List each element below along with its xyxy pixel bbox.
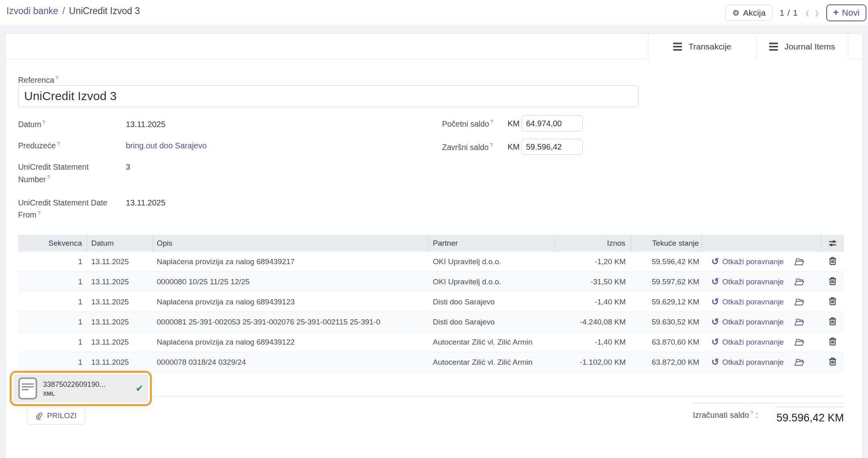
ending-balance-input[interactable] [522, 139, 583, 155]
table-row[interactable]: 1 13.11.2025 0000080 10/25 11/25 12/25 O… [18, 272, 844, 292]
cell-datum[interactable]: 13.11.2025 [87, 298, 153, 306]
undo-icon: ↺ [711, 257, 719, 266]
company-link[interactable]: bring.out doo Sarajevo [126, 140, 207, 152]
cell-partner[interactable]: Autocentar Zilić vl. Zilić Armin [428, 338, 555, 347]
cell-partner[interactable]: OKI Upravitelj d.o.o. [428, 277, 555, 286]
cell-datum[interactable]: 13.11.2025 [87, 318, 153, 327]
computed-balance-label: Izračunati saldo? : [693, 403, 757, 424]
delete-row-button[interactable] [829, 276, 837, 285]
cell-partner[interactable]: Disti doo Sarajevo [428, 298, 555, 306]
cell-iznos[interactable]: -1,40 KM [555, 298, 631, 306]
cell-opis[interactable]: 0000078 0318/24 0329/24 [153, 358, 428, 367]
pager-previous-icon[interactable]: ‹ [805, 6, 809, 20]
cell-tekuce-stanje[interactable]: 59.596,42 KM [631, 257, 702, 266]
plus-icon: + [833, 8, 839, 17]
folder-open-icon [794, 358, 805, 366]
cell-sekvenca[interactable]: 1 [18, 257, 87, 266]
cell-datum[interactable]: 13.11.2025 [87, 338, 153, 347]
optional-columns-button[interactable] [821, 235, 844, 252]
cell-sekvenca[interactable]: 1 [18, 358, 87, 367]
cell-iznos[interactable]: -31,50 KM [555, 277, 631, 286]
attachment-card[interactable]: 33875022609190... XML ✔ [10, 371, 152, 406]
delete-row-button[interactable] [829, 316, 837, 326]
open-folder-button[interactable] [794, 318, 805, 326]
delete-row-button[interactable] [829, 357, 837, 366]
date-value[interactable]: 13.11.2025 [126, 118, 166, 130]
cell-tekuce-stanje[interactable]: 63.872,00 KM [631, 358, 702, 367]
open-folder-button[interactable] [794, 278, 805, 286]
table-row[interactable]: 1 13.11.2025 0000078 0318/24 0329/24 Aut… [18, 352, 844, 372]
pager-next-icon[interactable]: › [815, 6, 819, 20]
open-folder-button[interactable] [794, 258, 805, 266]
cancel-reconciliation-button[interactable]: ↺ Otkaži poravnanje [711, 357, 784, 367]
help-icon: ? [490, 119, 493, 125]
stat-button-transactions[interactable]: Transakcije [648, 34, 756, 60]
cell-sekvenca[interactable]: 1 [18, 298, 87, 306]
cell-tekuce-stanje[interactable]: 59.630,52 KM [631, 318, 702, 327]
action-menu-label: Akcija [743, 8, 766, 18]
table-row[interactable]: 1 13.11.2025 Naplaćena provizija za nalo… [18, 252, 844, 272]
header-opis[interactable]: Opis [153, 235, 428, 252]
delete-row-button[interactable] [829, 256, 837, 265]
help-icon: ? [55, 75, 58, 81]
computed-balance-value: 59.596,42 KM [776, 407, 844, 424]
delete-row-button[interactable] [829, 337, 837, 346]
starting-balance-input[interactable] [522, 115, 583, 131]
cell-opis[interactable]: 0000080 10/25 11/25 12/25 [153, 277, 428, 286]
cell-tekuce-stanje[interactable]: 59.629,12 KM [631, 298, 702, 306]
cell-sekvenca[interactable]: 1 [18, 277, 87, 286]
header-datum[interactable]: Datum [87, 235, 153, 252]
reference-input[interactable] [18, 85, 639, 107]
cell-iznos[interactable]: -1,20 KM [555, 257, 631, 266]
cell-sekvenca[interactable]: 1 [18, 318, 87, 327]
cell-iznos[interactable]: -1,40 KM [555, 338, 631, 347]
cell-partner[interactable]: OKI Upravitelj d.o.o. [428, 257, 555, 266]
new-record-button[interactable]: + Novi [826, 4, 866, 21]
table-row[interactable]: 1 13.11.2025 Naplaćena provizija za nalo… [18, 292, 844, 312]
header-iznos[interactable]: Iznos [555, 235, 631, 252]
cell-iznos[interactable]: -4.240,08 KM [555, 318, 631, 327]
folder-open-icon [794, 338, 805, 346]
cancel-reconciliation-button[interactable]: ↺ Otkaži poravnanje [711, 257, 784, 266]
cell-partner[interactable]: Disti doo Sarajevo [428, 318, 555, 327]
cell-iznos[interactable]: -1.102,00 KM [555, 358, 631, 367]
header-sekvenca[interactable]: Sekvenca [18, 235, 87, 252]
folder-open-icon [794, 258, 805, 266]
cell-datum[interactable]: 13.11.2025 [87, 358, 153, 367]
statement-date-from-value[interactable]: 13.11.2025 [126, 197, 166, 221]
table-row[interactable]: 1 13.11.2025 0000081 25-391-002053 25-39… [18, 312, 844, 332]
cell-opis[interactable]: Naplaćena provizija za nalog 689439122 [153, 338, 428, 347]
cell-opis[interactable]: Naplaćena provizija za nalog 689439217 [153, 257, 428, 266]
cancel-reconciliation-button[interactable]: ↺ Otkaži poravnanje [711, 317, 784, 327]
header-partner[interactable]: Partner [428, 235, 555, 252]
stat-button-journal-items[interactable]: Journal Items [756, 34, 848, 60]
cell-partner[interactable]: Autocentar Zilić vl. Zilić Armin [428, 358, 555, 367]
cell-datum[interactable]: 13.11.2025 [87, 257, 153, 266]
open-folder-button[interactable] [794, 358, 805, 366]
open-folder-button[interactable] [794, 298, 805, 306]
breadcrumb-parent-link[interactable]: Izvodi banke [6, 6, 58, 16]
delete-row-button[interactable] [829, 296, 837, 306]
field-row-statement-number: UniCredit Statement Number? 3 [18, 161, 420, 185]
cell-datum[interactable]: 13.11.2025 [87, 277, 153, 286]
header-tekuce-stanje[interactable]: Tekuće stanje [631, 235, 702, 252]
list-icon [769, 43, 778, 51]
right-field-column: Početni saldo? KM Završni saldo? KM [442, 115, 611, 162]
cancel-reconciliation-button[interactable]: ↺ Otkaži poravnanje [711, 277, 784, 286]
attachments-button[interactable]: PRILOZI [27, 407, 85, 425]
statement-number-value[interactable]: 3 [126, 161, 130, 185]
currency-symbol: KM [508, 142, 520, 152]
cell-opis[interactable]: Naplaćena provizija za nalog 689439123 [153, 298, 428, 306]
cell-sekvenca[interactable]: 1 [18, 338, 87, 347]
cancel-reconciliation-button[interactable]: ↺ Otkaži poravnanje [711, 297, 784, 306]
left-field-column: Datum? 13.11.2025 Preduzeće? bring.out d… [18, 118, 420, 230]
table-row[interactable]: 1 13.11.2025 Naplaćena provizija za nalo… [18, 332, 844, 352]
open-folder-button[interactable] [794, 338, 805, 346]
trash-icon [829, 357, 837, 366]
cell-opis[interactable]: 0000081 25-391-002053 25-391-002076 25-3… [153, 318, 428, 327]
cancel-reconciliation-button[interactable]: ↺ Otkaži poravnanje [711, 337, 784, 347]
action-menu-button[interactable]: ⚙ Akcija [725, 5, 772, 21]
cancel-reconciliation-label: Otkaži poravnanje [722, 277, 784, 286]
cell-tekuce-stanje[interactable]: 59.597,62 KM [631, 277, 702, 286]
cell-tekuce-stanje[interactable]: 63.870,60 KM [631, 338, 702, 347]
